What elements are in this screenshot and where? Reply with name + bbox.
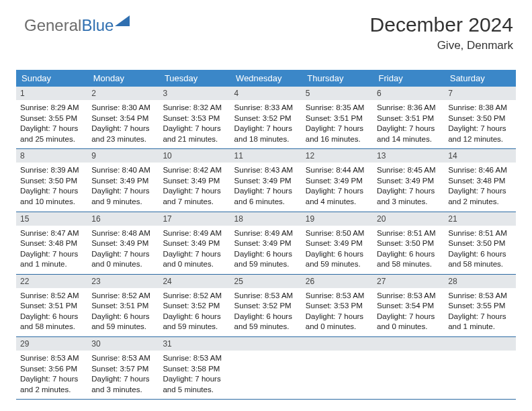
day-content: Sunrise: 8:53 AMSunset: 3:56 PMDaylight:…: [16, 351, 87, 399]
page-title: December 2024: [370, 13, 513, 36]
sunrise-line: Sunrise: 8:46 AM: [448, 165, 511, 176]
sunrise-line: Sunrise: 8:33 AM: [234, 103, 298, 113]
sunrise-line: Sunrise: 8:52 AM: [20, 291, 83, 302]
day-number: 28: [444, 275, 515, 288]
calendar-cell: 10Sunrise: 8:42 AMSunset: 3:49 PMDayligh…: [159, 149, 230, 212]
day-number: 25: [230, 275, 302, 288]
day-content: Sunrise: 8:52 AMSunset: 3:51 PMDaylight:…: [16, 288, 87, 336]
sunrise-line: Sunrise: 8:42 AM: [163, 165, 226, 176]
sunset-line: Sunset: 3:54 PM: [377, 301, 440, 312]
sunrise-line: Sunrise: 8:45 AM: [377, 165, 440, 176]
weekday-header: Friday: [373, 70, 444, 87]
day-number: 17: [159, 212, 230, 226]
day-number: 7: [444, 87, 515, 100]
day-content: Sunrise: 8:30 AMSunset: 3:54 PMDaylight:…: [87, 100, 159, 148]
day-number: 8: [16, 149, 87, 163]
day-content: Sunrise: 8:44 AMSunset: 3:49 PMDaylight:…: [302, 163, 373, 211]
day-number: 6: [373, 87, 444, 100]
day-number: 22: [16, 275, 87, 288]
calendar-cell: [302, 337, 373, 400]
day-content: Sunrise: 8:53 AMSunset: 3:57 PMDaylight:…: [87, 351, 159, 399]
daylight-line: Daylight: 7 hours and 4 minutes.: [306, 186, 369, 207]
day-content: [373, 351, 444, 395]
sunrise-line: Sunrise: 8:53 AM: [448, 291, 511, 302]
day-content: Sunrise: 8:53 AMSunset: 3:52 PMDaylight:…: [230, 288, 302, 336]
calendar-week-row: 15Sunrise: 8:47 AMSunset: 3:48 PMDayligh…: [16, 212, 516, 274]
daylight-line: Daylight: 6 hours and 59 minutes.: [306, 249, 369, 270]
weekday-header: Thursday: [302, 70, 373, 87]
sunrise-line: Sunrise: 8:53 AM: [377, 291, 440, 302]
sunset-line: Sunset: 3:48 PM: [448, 176, 511, 187]
weekday-header: Wednesday: [230, 70, 302, 87]
sunrise-line: Sunrise: 8:51 AM: [377, 228, 440, 239]
weekday-header: Sunday: [16, 70, 87, 87]
daylight-line: Daylight: 7 hours and 0 minutes.: [377, 312, 440, 332]
daylight-line: Daylight: 7 hours and 2 minutes.: [20, 374, 83, 395]
daylight-line: Daylight: 6 hours and 58 minutes.: [448, 249, 511, 270]
day-number: 31: [159, 337, 230, 351]
sunset-line: Sunset: 3:49 PM: [234, 176, 298, 187]
day-content: Sunrise: 8:50 AMSunset: 3:49 PMDaylight:…: [302, 226, 373, 274]
day-number: 4: [230, 87, 302, 100]
sunset-line: Sunset: 3:55 PM: [20, 113, 83, 124]
daylight-line: Daylight: 7 hours and 0 minutes.: [91, 249, 154, 270]
day-number: 27: [373, 275, 444, 288]
day-number: 14: [444, 149, 515, 163]
day-number: [302, 337, 373, 351]
sunset-line: Sunset: 3:51 PM: [306, 113, 369, 124]
daylight-line: Daylight: 6 hours and 58 minutes.: [377, 249, 440, 270]
sunrise-line: Sunrise: 8:53 AM: [20, 353, 83, 364]
daylight-line: Daylight: 6 hours and 58 minutes.: [20, 312, 83, 332]
day-content: Sunrise: 8:36 AMSunset: 3:51 PMDaylight:…: [373, 100, 444, 148]
sunset-line: Sunset: 3:49 PM: [377, 176, 440, 187]
sunset-line: Sunset: 3:53 PM: [163, 113, 226, 124]
calendar-cell: 1Sunrise: 8:29 AMSunset: 3:55 PMDaylight…: [16, 87, 87, 149]
page-location: Give, Denmark: [370, 39, 513, 52]
calendar-table: SundayMondayTuesdayWednesdayThursdayFrid…: [16, 70, 516, 400]
daylight-line: Daylight: 7 hours and 6 minutes.: [234, 186, 298, 207]
day-number: 24: [159, 275, 230, 288]
daylight-line: Daylight: 7 hours and 7 minutes.: [163, 186, 226, 207]
sunrise-line: Sunrise: 8:50 AM: [306, 228, 369, 239]
brand-part2: Blue: [81, 16, 114, 35]
calendar-cell: 6Sunrise: 8:36 AMSunset: 3:51 PMDaylight…: [373, 87, 444, 149]
sunset-line: Sunset: 3:50 PM: [20, 176, 83, 187]
calendar-cell: 27Sunrise: 8:53 AMSunset: 3:54 PMDayligh…: [373, 274, 444, 336]
daylight-line: Daylight: 7 hours and 0 minutes.: [306, 312, 369, 332]
day-number: 9: [87, 149, 159, 163]
day-content: Sunrise: 8:32 AMSunset: 3:53 PMDaylight:…: [159, 100, 230, 148]
sunset-line: Sunset: 3:56 PM: [20, 364, 83, 375]
day-content: Sunrise: 8:53 AMSunset: 3:54 PMDaylight:…: [373, 288, 444, 336]
sunrise-line: Sunrise: 8:53 AM: [91, 353, 154, 364]
calendar-week-row: 22Sunrise: 8:52 AMSunset: 3:51 PMDayligh…: [16, 274, 516, 336]
calendar-cell: 24Sunrise: 8:52 AMSunset: 3:52 PMDayligh…: [159, 274, 230, 336]
day-content: Sunrise: 8:47 AMSunset: 3:48 PMDaylight:…: [16, 226, 87, 274]
sunrise-line: Sunrise: 8:49 AM: [234, 228, 298, 239]
sunrise-line: Sunrise: 8:32 AM: [163, 103, 226, 113]
weekday-header: Saturday: [444, 70, 515, 87]
sunrise-line: Sunrise: 8:48 AM: [91, 228, 154, 239]
day-content: Sunrise: 8:52 AMSunset: 3:52 PMDaylight:…: [159, 288, 230, 336]
sunset-line: Sunset: 3:49 PM: [91, 238, 154, 249]
sunrise-line: Sunrise: 8:52 AM: [163, 291, 226, 302]
daylight-line: Daylight: 7 hours and 3 minutes.: [91, 374, 154, 395]
sunset-line: Sunset: 3:50 PM: [377, 238, 440, 249]
day-content: Sunrise: 8:51 AMSunset: 3:50 PMDaylight:…: [444, 226, 515, 274]
daylight-line: Daylight: 6 hours and 59 minutes.: [234, 249, 298, 270]
calendar-cell: 19Sunrise: 8:50 AMSunset: 3:49 PMDayligh…: [302, 212, 373, 274]
daylight-line: Daylight: 7 hours and 0 minutes.: [163, 249, 226, 270]
sunrise-line: Sunrise: 8:53 AM: [306, 291, 369, 302]
calendar-cell: 3Sunrise: 8:32 AMSunset: 3:53 PMDaylight…: [159, 87, 230, 149]
daylight-line: Daylight: 7 hours and 2 minutes.: [448, 186, 511, 207]
day-content: Sunrise: 8:53 AMSunset: 3:58 PMDaylight:…: [159, 351, 230, 399]
sunset-line: Sunset: 3:54 PM: [91, 113, 154, 124]
day-content: Sunrise: 8:49 AMSunset: 3:49 PMDaylight:…: [230, 226, 302, 274]
day-content: Sunrise: 8:49 AMSunset: 3:49 PMDaylight:…: [159, 226, 230, 274]
page: GeneralBlue December 2024 Give, Denmark …: [0, 0, 532, 411]
sunrise-line: Sunrise: 8:51 AM: [448, 228, 511, 239]
calendar-cell: [373, 337, 444, 400]
day-number: [230, 337, 302, 351]
day-content: Sunrise: 8:43 AMSunset: 3:49 PMDaylight:…: [230, 163, 302, 211]
calendar-cell: 22Sunrise: 8:52 AMSunset: 3:51 PMDayligh…: [16, 274, 87, 336]
calendar-cell: [444, 337, 515, 400]
